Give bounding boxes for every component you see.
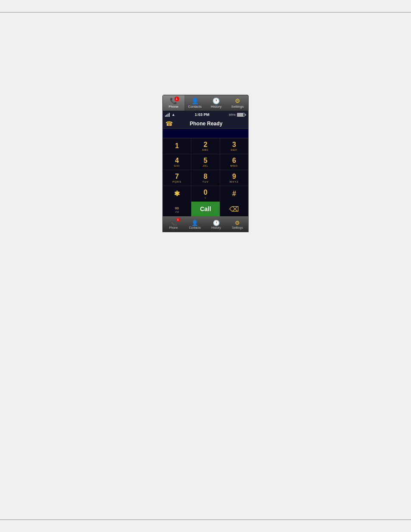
key-4[interactable]: 4 GHI [163,154,191,170]
voicemail-label: VM [175,211,179,213]
display-area[interactable] [163,129,248,138]
key-star[interactable]: ✱ [163,186,191,202]
battery-tip [245,114,246,116]
btab-contacts-icon: 👤 [191,220,198,226]
backspace-icon: ⌫ [229,205,239,213]
tab-phone-label: Phone [168,105,178,109]
tab-history-label: History [211,105,221,109]
battery-fill [237,113,243,116]
btab-phone-label: Phone [169,226,178,229]
btab-phone-badge: 1 [176,218,180,221]
status-bar: ▲ 1:03 PM 95% [163,111,248,118]
key-7[interactable]: 7 PQRS [163,170,191,186]
btab-settings-icon: ⚙ [235,220,240,226]
tab-history[interactable]: 🕐 History [206,95,227,111]
btab-contacts-label: Contacts [189,226,201,229]
action-row: ∞ VM Call ⌫ [163,202,248,216]
key-9[interactable]: 9 WXYZ [220,170,248,186]
signal-bar-3 [168,114,168,117]
top-tab-bar: 📞 Phone 1 👤 Contacts 🕐 History ⚙ Setting… [162,95,249,111]
tab-settings[interactable]: ⚙ Settings [227,95,249,111]
btab-contacts[interactable]: 👤 Contacts [184,217,206,232]
status-right: 95% [229,113,246,117]
phone-app: 📞 Phone 1 👤 Contacts 🕐 History ⚙ Setting… [162,95,249,232]
btab-settings[interactable]: ⚙ Settings [227,217,249,232]
btab-settings-label: Settings [232,226,243,229]
call-button[interactable]: Call [191,202,219,216]
bottom-tab-bar: 📞 Phone 1 👤 Contacts 🕐 History ⚙ Setting… [163,216,248,232]
btab-history-icon: 🕐 [213,220,220,226]
key-3[interactable]: 3 DEF [220,138,248,154]
key-8[interactable]: 8 TUV [191,170,219,186]
phone-screen: ▲ 1:03 PM 95% ☎ Phone Ready [162,111,249,232]
contacts-icon: 👤 [191,97,199,104]
phone-ready-title: Phone Ready [175,121,237,127]
history-icon: 🕐 [212,97,220,104]
btab-phone-icon: 📞 [170,220,177,226]
tab-phone[interactable]: 📞 Phone 1 [163,95,184,111]
voicemail-icon: ∞ [175,205,179,211]
status-time: 1:03 PM [195,112,209,117]
battery-percent: 95% [229,113,236,117]
voicemail-button[interactable]: ∞ VM [163,202,191,216]
btab-history-label: History [212,226,221,229]
signal-bars [165,112,170,117]
key-6[interactable]: 6 MNO [220,154,248,170]
key-5[interactable]: 5 JKL [191,154,219,170]
tab-contacts[interactable]: 👤 Contacts [184,95,206,111]
phone-ready-icon: ☎ [165,120,173,127]
signal-bar-2 [166,115,167,117]
battery-indicator [237,113,246,117]
wifi-icon: ▲ [171,112,175,117]
call-label: Call [200,205,211,212]
status-left: ▲ [165,112,175,117]
backspace-button[interactable]: ⌫ [220,202,248,216]
tab-settings-label: Settings [231,105,244,109]
battery-body [237,113,245,117]
btab-history[interactable]: 🕐 History [206,217,227,232]
key-2[interactable]: 2 ABC [191,138,219,154]
signal-bar-1 [165,115,166,117]
key-0[interactable]: 0 + [191,186,219,202]
phone-badge: 1 [174,96,179,101]
dialpad-grid: 1 2 ABC 3 DEF 4 GHI 5 JKL [163,138,248,202]
dialpad: 1 2 ABC 3 DEF 4 GHI 5 JKL [163,138,248,216]
tab-contacts-label: Contacts [188,105,202,109]
settings-icon: ⚙ [235,97,240,104]
header-row: ☎ Phone Ready [163,118,248,129]
btab-phone[interactable]: 📞 Phone 1 [163,217,184,232]
signal-bar-4 [169,113,170,117]
key-hash[interactable]: # [220,186,248,202]
key-1[interactable]: 1 [163,138,191,154]
